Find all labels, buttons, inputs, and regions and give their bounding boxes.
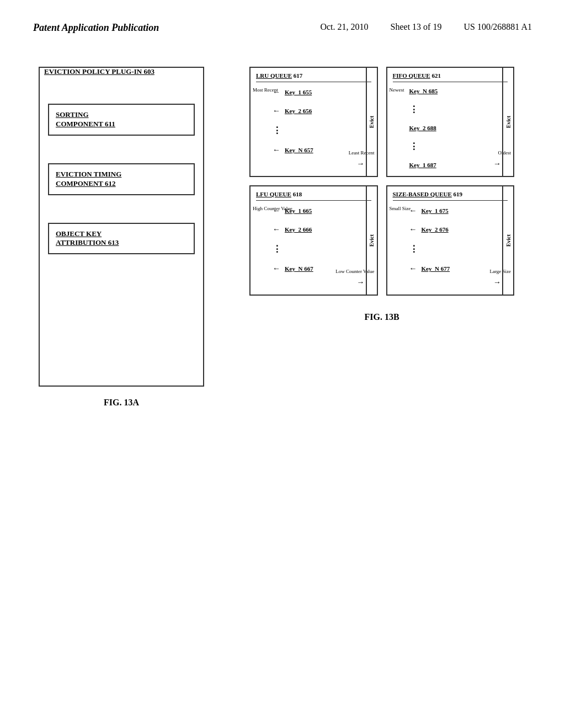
queues-grid: LRU QUEUE 617 Most Recent ←Key_1 655 ←Ke… — [249, 67, 514, 296]
lru-item-2: ←Key_2 656 — [273, 106, 366, 115]
fifo-item-n: Key_1 687 — [409, 162, 503, 168]
lru-queue-box: LRU QUEUE 617 Most Recent ←Key_1 655 ←Ke… — [249, 67, 378, 177]
lfu-axis-left: High Counter Value — [253, 206, 292, 212]
pub-date: Oct. 21, 2010 — [320, 22, 368, 32]
size-queue-items: ←Key_1 675 ←Key_2 676 ⋮ ←Key_N 677 — [393, 206, 508, 290]
sheet-info: Sheet 13 of 19 — [391, 22, 442, 32]
fig13b-label: FIG. 13B — [364, 312, 399, 322]
lfu-queue-box: LFU QUEUE 618 High Counter Value ←Key_1 … — [249, 185, 378, 296]
fifo-queue-title: FIFO QUEUE 621 — [393, 72, 508, 82]
lru-item-1: ←Key_1 655 — [273, 88, 366, 97]
fifo-item-2: Key_2 688 — [409, 125, 503, 131]
lru-axis-left: Most Recent — [253, 88, 278, 93]
fig13a-label: FIG. 13A — [104, 398, 139, 408]
page-header: Patent Application Publication Oct. 21, … — [0, 0, 565, 45]
lru-queue-title: LRU QUEUE 617 — [256, 72, 371, 82]
lfu-evict-label: Evict — [369, 234, 375, 247]
fifo-dots2: ⋮ — [409, 141, 503, 152]
size-item-2: ←Key_2 676 — [409, 225, 503, 234]
eviction-timing-box: EVICTION TIMINGCOMPONENT 612 — [48, 163, 195, 195]
sorting-label: SORTINGCOMPONENT 611 — [56, 110, 187, 129]
eviction-policy-box: EVICTION POLICY PLUG-IN 603 SORTINGCOMPO… — [39, 67, 204, 387]
size-axis-left: Small Size — [390, 206, 411, 212]
outer-box-label: EVICTION POLICY PLUG-IN 603 — [44, 67, 154, 76]
object-key-box: OBJECT KEYATTRIBUTION 613 — [48, 223, 195, 255]
fifo-axis-left: Newest — [390, 88, 404, 93]
patent-number: US 100/268881 A1 — [463, 22, 532, 32]
lfu-evict-arrow: → — [357, 278, 365, 287]
size-item-n: ←Key_N 677 — [409, 264, 503, 273]
main-content: EVICTION POLICY PLUG-IN 603 SORTINGCOMPO… — [0, 56, 565, 419]
publication-title: Patent Application Publication — [33, 22, 159, 34]
lru-evict-label: Evict — [369, 116, 375, 128]
size-evict-arrow: → — [493, 278, 501, 287]
lru-evict-arrow: → — [357, 159, 365, 168]
fifo-dots: ⋮ — [409, 104, 503, 115]
lfu-queue-items: ←Key_1 665 ←Key_2 666 ⋮ ←Key_N 667 — [256, 206, 371, 290]
fifo-item-1: Key_N 685 — [409, 88, 503, 94]
size-queue-box: SIZE-BASED QUEUE 619 Small Size ←Key_1 6… — [386, 185, 515, 296]
patent-info: Oct. 21, 2010 Sheet 13 of 19 US 100/2688… — [320, 22, 532, 32]
object-key-label: OBJECT KEYATTRIBUTION 613 — [56, 229, 187, 248]
sorting-component-box: SORTINGCOMPONENT 611 — [48, 104, 195, 136]
fig13a-container: EVICTION POLICY PLUG-IN 603 SORTINGCOMPO… — [33, 67, 210, 408]
lru-queue-items: ←Key_1 655 ←Key_2 656 ⋮ ←Key_N 657 — [256, 88, 371, 172]
size-evict-label: Evict — [505, 234, 511, 247]
fifo-evict-arrow: → — [493, 159, 501, 168]
size-item-1: ←Key_1 675 — [409, 206, 503, 215]
lfu-dots: ⋮ — [273, 244, 366, 254]
lfu-item-2: ←Key_2 666 — [273, 225, 366, 234]
lru-dots: ⋮ — [273, 125, 366, 136]
eviction-timing-label: EVICTION TIMINGCOMPONENT 612 — [56, 170, 187, 189]
fifo-queue-box: FIFO QUEUE 621 Newest Key_N 685 ⋮ Key_2 … — [386, 67, 515, 177]
fifo-evict-label: Evict — [505, 116, 511, 128]
size-queue-title: SIZE-BASED QUEUE 619 — [393, 191, 508, 201]
fifo-queue-items: Key_N 685 ⋮ Key_2 688 ⋮ Key_1 687 — [393, 88, 508, 172]
lfu-queue-title: LFU QUEUE 618 — [256, 191, 371, 201]
fig13b-container: LRU QUEUE 617 Most Recent ←Key_1 655 ←Ke… — [232, 67, 532, 408]
size-dots: ⋮ — [409, 244, 503, 254]
